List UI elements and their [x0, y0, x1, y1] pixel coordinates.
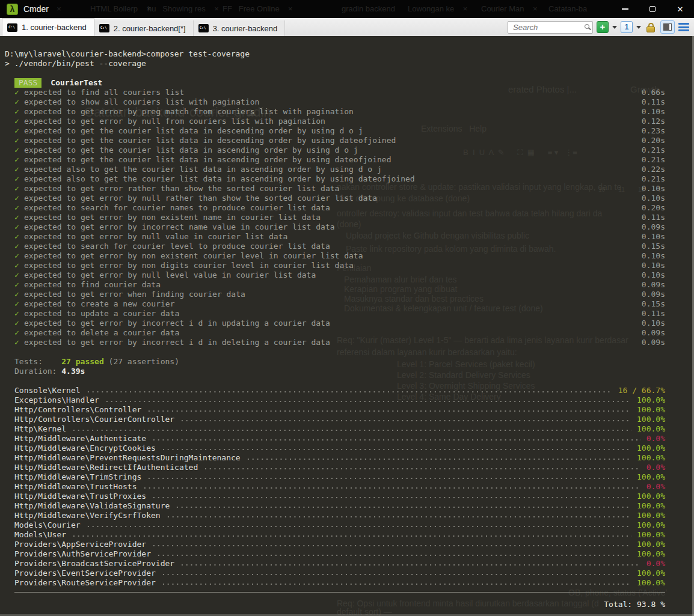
search-icon: [585, 24, 589, 29]
dot-leader: [72, 429, 631, 432]
console-list-dropdown-icon[interactable]: [636, 26, 641, 29]
test-duration: 0.10s: [642, 251, 665, 261]
test-result-row: ✓expected also to get the courier list d…: [5, 165, 665, 174]
test-result-row: ✓expected to get error when finding cour…: [5, 290, 665, 299]
pass-badge: PASS: [14, 78, 41, 88]
coverage-class-name: Providers\EventServiceProvider: [14, 569, 156, 578]
coverage-percentage: 100.0%: [637, 501, 665, 511]
check-icon: ✓: [14, 309, 24, 319]
test-name: expected to get the courier list data in…: [24, 145, 358, 155]
coverage-row: Http/Middleware\EncryptCookies100.0%: [5, 444, 665, 453]
dot-leader: [152, 439, 641, 441]
test-result-row: ✓expected to get error by incorrect name…: [5, 222, 665, 232]
coverage-percentage: 100.0%: [637, 492, 665, 501]
new-console-dropdown-icon[interactable]: [612, 26, 617, 29]
lock-console-button[interactable]: [645, 21, 657, 33]
coverage-row: Exceptions\Handler100.0%: [5, 395, 665, 405]
check-icon: ✓: [14, 213, 24, 222]
dot-leader: [105, 400, 631, 403]
test-name: expected to get the courier list data in…: [24, 155, 391, 165]
test-result-row: ✓expected to get error rather than show …: [5, 184, 665, 194]
test-duration: 0.20s: [642, 136, 665, 145]
split-pane-button[interactable]: [660, 20, 675, 34]
coverage-class-name: Http/Middleware\EncryptCookies: [14, 444, 156, 453]
dot-leader: [86, 391, 613, 393]
coverage-row: Http/Controllers\Controller100.0%: [5, 405, 665, 415]
coverage-class-name: Console\Kernel: [14, 386, 81, 395]
titlebar-bleed-text: gradin backend: [342, 4, 395, 13]
dot-leader: [180, 419, 631, 422]
titlebar-bleed-text: FF Free Online ×: [223, 4, 293, 13]
coverage-class-name: Http/Controllers\CourierController: [14, 415, 174, 424]
window-title: Cmder: [23, 4, 49, 14]
test-duration: 0.21s: [642, 155, 665, 165]
test-duration: 0.10s: [642, 194, 665, 203]
check-icon: ✓: [14, 261, 24, 270]
coverage-class-name: Http/Middleware\TrustProxies: [14, 492, 146, 501]
test-name: expected also to get the courier list da…: [24, 174, 415, 184]
test-duration: 0.09s: [642, 222, 665, 232]
test-name: expected to get error by non existent na…: [24, 213, 321, 222]
dot-leader: [203, 468, 640, 470]
terminal-area[interactable]: erated Photos |...GrowthCatatan-backend-…: [0, 36, 694, 616]
coverage-class-name: Providers\AuthServiceProvider: [14, 549, 151, 559]
tab-2-courier-backend[interactable]: C:\2. courier-backend[*]: [94, 20, 194, 36]
dot-leader: [246, 458, 631, 460]
coverage-percentage: 100.0%: [637, 549, 665, 559]
console-icon: C:\: [7, 23, 17, 32]
title-bar-left: λ Cmder: [0, 4, 49, 15]
maximize-button[interactable]: [639, 0, 666, 18]
test-result-row: ✓expected to update a courier data0.11s: [5, 309, 665, 319]
test-result-row: ✓expected to get error by non existent c…: [5, 251, 665, 261]
cmder-lambda-icon: λ: [7, 4, 18, 15]
test-name: expected to update a courier data: [24, 309, 179, 319]
coverage-row: Http/Middleware\Authenticate0.0%: [5, 434, 665, 444]
check-icon: ✓: [14, 319, 24, 328]
coverage-row: Console\Kernel16 / 66.7%: [5, 386, 665, 395]
check-icon: ✓: [14, 136, 24, 145]
test-name: expected to get error by incorrect i d i…: [24, 338, 330, 347]
coverage-percentage: 100.0%: [637, 395, 665, 405]
tab-1-courier-backend[interactable]: C:\1. courier-backend: [2, 18, 94, 36]
close-icon: ✕: [677, 5, 684, 13]
check-icon: ✓: [14, 184, 24, 194]
test-result-row: ✓expected to get the courier list data i…: [5, 145, 665, 155]
new-console-button[interactable]: +: [597, 21, 609, 33]
test-name: expected to get error by null value in c…: [24, 232, 287, 242]
main-menu-button[interactable]: [678, 21, 690, 33]
dot-leader: [180, 564, 641, 566]
total-label: Total:: [604, 600, 637, 609]
titlebar-bleed-text: hu Showing res ×: [147, 4, 219, 13]
coverage-class-name: Http/Middleware\VerifyCsrfToken: [14, 511, 161, 520]
tests-assertions: (27 assertions): [104, 357, 179, 366]
dot-leader: [175, 506, 631, 508]
check-icon: ✓: [14, 251, 24, 261]
test-name: expected to create a new courier: [24, 299, 174, 309]
dot-leader: [161, 573, 631, 576]
coverage-class-name: Http/Middleware\PreventRequestsDuringMai…: [14, 453, 241, 463]
test-name: expected to search for courier level to …: [24, 242, 330, 251]
minimize-button[interactable]: [611, 0, 639, 18]
tab-3-courier-backend[interactable]: C:\3. courier-backend: [194, 20, 286, 36]
close-button[interactable]: ✕: [666, 0, 694, 18]
coverage-class-name: Providers\RouteServiceProvider: [14, 578, 156, 588]
dot-leader: [147, 477, 631, 480]
coverage-row: Http/Middleware\PreventRequestsDuringMai…: [5, 453, 665, 463]
coverage-percentage: 100.0%: [637, 444, 665, 453]
check-icon: ✓: [14, 88, 24, 97]
coverage-row: Http/Middleware\ValidateSignature100.0%: [5, 501, 665, 511]
test-duration: 0.21s: [642, 174, 665, 184]
tests-summary-line: Tests: 27 passed (27 assertions): [5, 357, 665, 367]
search-input[interactable]: [508, 21, 593, 34]
test-name: expected to get error rather than show t…: [24, 184, 339, 194]
test-duration: 0.10s: [642, 184, 665, 194]
check-icon: ✓: [14, 338, 24, 347]
tab-label: 1. courier-backend: [22, 23, 87, 32]
coverage-percentage: 100.0%: [637, 569, 665, 578]
coverage-percentage: 100.0%: [637, 405, 665, 415]
total-value: 93.8 %: [637, 600, 665, 609]
test-name: expected to get error by null from couri…: [24, 117, 325, 126]
active-console-button[interactable]: 1: [621, 21, 633, 33]
tests-label: Tests:: [14, 357, 61, 366]
check-icon: ✓: [14, 280, 24, 290]
